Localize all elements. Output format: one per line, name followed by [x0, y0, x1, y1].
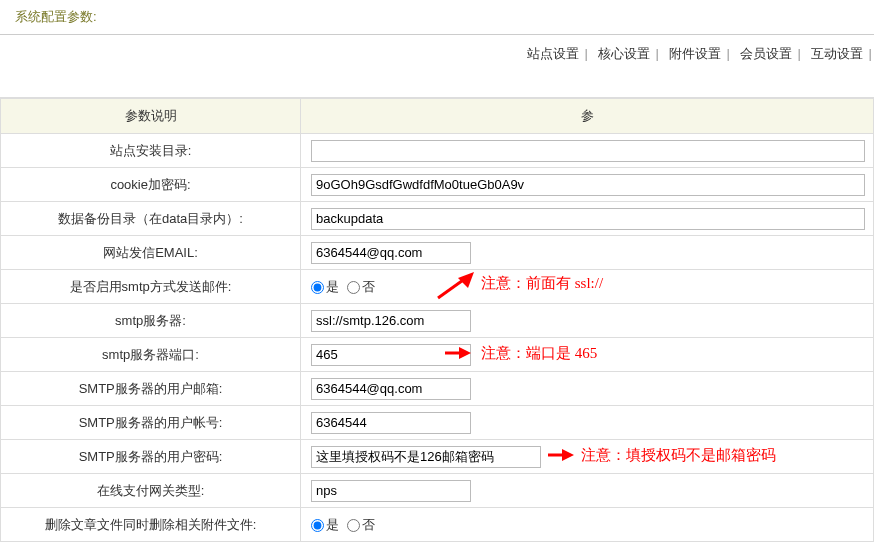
param-value-cell — [301, 202, 874, 236]
radio-group: 是否 — [311, 279, 383, 294]
table-row: smtp服务器端口:注意：端口是 465 — [1, 338, 874, 372]
nav-tab-attach[interactable]: 附件设置 — [665, 46, 725, 61]
radio-yes[interactable] — [311, 281, 324, 294]
param-value-cell: 注意：填授权码不是邮箱密码 — [301, 440, 874, 474]
radio-no[interactable] — [347, 519, 360, 532]
param-value-cell — [301, 134, 874, 168]
arrow-icon — [436, 270, 476, 300]
param-label: 数据备份目录（在data目录内）: — [1, 202, 301, 236]
radio-yes-label[interactable]: 是 — [311, 517, 339, 532]
param-label: cookie加密码: — [1, 168, 301, 202]
param-value-cell: 注意：端口是 465 — [301, 338, 874, 372]
param-label: 网站发信EMAIL: — [1, 236, 301, 270]
table-row: SMTP服务器的用户邮箱: — [1, 372, 874, 406]
param-label: SMTP服务器的用户帐号: — [1, 406, 301, 440]
text-input[interactable] — [311, 242, 471, 264]
svg-marker-2 — [562, 449, 574, 461]
nav-sep: | — [796, 46, 803, 61]
spacer — [0, 73, 874, 98]
radio-no-label[interactable]: 否 — [347, 517, 375, 532]
radio-no-label[interactable]: 否 — [347, 279, 375, 294]
text-input[interactable] — [311, 344, 471, 366]
param-value-cell: 是否 — [301, 508, 874, 542]
nav-sep: | — [654, 46, 661, 61]
nav-sep: | — [583, 46, 590, 61]
param-label: smtp服务器端口: — [1, 338, 301, 372]
param-value-cell — [301, 304, 874, 338]
param-label: 是否启用smtp方式发送邮件: — [1, 270, 301, 304]
param-value-cell — [301, 474, 874, 508]
nav-tab-core[interactable]: 核心设置 — [594, 46, 654, 61]
table-row: 数据备份目录（在data目录内）: — [1, 202, 874, 236]
table-row: 站点安装目录: — [1, 134, 874, 168]
annotation-text: 注意：端口是 465 — [481, 344, 597, 363]
table-row: smtp服务器: — [1, 304, 874, 338]
table-row: SMTP服务器的用户密码:注意：填授权码不是邮箱密码 — [1, 440, 874, 474]
text-input[interactable] — [311, 446, 541, 468]
table-row: 在线支付网关类型: — [1, 474, 874, 508]
table-row: 删除文章文件同时删除相关附件文件:是否 — [1, 508, 874, 542]
param-label: 在线支付网关类型: — [1, 474, 301, 508]
page-title: 系统配置参数: — [15, 9, 97, 24]
nav-sep: | — [725, 46, 732, 61]
param-label: smtp服务器: — [1, 304, 301, 338]
nav-tabs: 站点设置| 核心设置| 附件设置| 会员设置| 互动设置| — [0, 35, 874, 73]
param-label: 删除文章文件同时删除相关附件文件: — [1, 508, 301, 542]
text-input[interactable] — [311, 310, 471, 332]
annotation-text: 注意：前面有 ssl:// — [481, 274, 603, 293]
text-input[interactable] — [311, 208, 865, 230]
nav-tab-interact[interactable]: 互动设置 — [807, 46, 867, 61]
param-label: 站点安装目录: — [1, 134, 301, 168]
table-row: SMTP服务器的用户帐号: — [1, 406, 874, 440]
table-row: cookie加密码: — [1, 168, 874, 202]
text-input[interactable] — [311, 174, 865, 196]
radio-group: 是否 — [311, 517, 383, 532]
radio-yes-label[interactable]: 是 — [311, 279, 339, 294]
radio-yes[interactable] — [311, 519, 324, 532]
text-input[interactable] — [311, 140, 865, 162]
text-input[interactable] — [311, 412, 471, 434]
nav-sep: | — [867, 46, 874, 61]
col-header-value: 参 — [301, 99, 874, 134]
param-value-cell — [301, 236, 874, 270]
text-input[interactable] — [311, 378, 471, 400]
nav-tab-member[interactable]: 会员设置 — [736, 46, 796, 61]
param-value-cell: 是否注意：前面有 ssl:// — [301, 270, 874, 304]
nav-tab-site[interactable]: 站点设置 — [523, 46, 583, 61]
param-value-cell — [301, 168, 874, 202]
arrow-icon — [546, 448, 576, 462]
table-row: 是否启用smtp方式发送邮件:是否注意：前面有 ssl:// — [1, 270, 874, 304]
param-value-cell — [301, 372, 874, 406]
table-row: 网站发信EMAIL: — [1, 236, 874, 270]
text-input[interactable] — [311, 480, 471, 502]
param-value-cell — [301, 406, 874, 440]
param-label: SMTP服务器的用户邮箱: — [1, 372, 301, 406]
param-label: SMTP服务器的用户密码: — [1, 440, 301, 474]
annotation-text: 注意：填授权码不是邮箱密码 — [581, 446, 776, 465]
col-header-param: 参数说明 — [1, 99, 301, 134]
radio-no[interactable] — [347, 281, 360, 294]
svg-marker-0 — [458, 272, 474, 288]
page-header: 系统配置参数: — [0, 0, 874, 35]
config-table: 参数说明 参 站点安装目录:cookie加密码:数据备份目录（在data目录内）… — [0, 98, 874, 542]
